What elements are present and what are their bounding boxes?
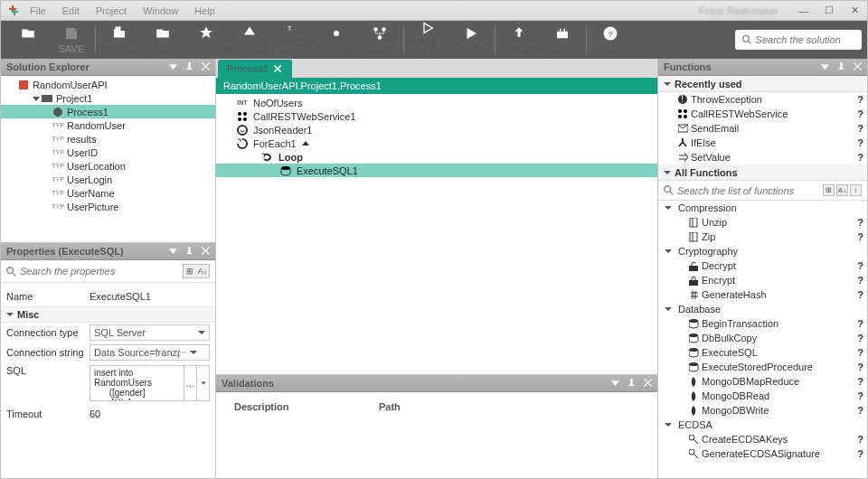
functions-search-input[interactable] xyxy=(677,185,819,196)
prop-sql-dropdown-button[interactable] xyxy=(197,365,210,401)
pin-icon[interactable] xyxy=(185,62,193,70)
prop-ct-select[interactable]: SQL Server xyxy=(90,324,210,341)
cat-compression[interactable]: Compression xyxy=(658,201,867,215)
fn-callrest[interactable]: CallRESTWebService? xyxy=(658,107,867,121)
help-button[interactable]: ?HELP xyxy=(589,21,632,59)
sort-alpha-button[interactable]: A↓ xyxy=(836,184,848,196)
close-button[interactable]: ✕ xyxy=(842,1,867,20)
prop-timeout-value[interactable]: 60 xyxy=(90,409,210,419)
tree-process-selected[interactable]: Process1 xyxy=(1,105,215,118)
new-folder-button[interactable]: FOLDER xyxy=(141,21,184,59)
cat-ecdsa[interactable]: ECDSA xyxy=(658,418,867,432)
fn-executesql[interactable]: ExecuteSQL? xyxy=(658,345,867,360)
tab-process1[interactable]: Process1 xyxy=(218,60,292,78)
fn-sendemail[interactable]: SendEmail? xyxy=(658,121,867,136)
close-tab-icon[interactable] xyxy=(274,65,281,72)
section-all-functions[interactable]: All Functions xyxy=(658,164,867,181)
new-process-button[interactable]: PROCESS xyxy=(184,21,228,59)
fn-executesp[interactable]: ExecuteStoredProcedure? xyxy=(658,360,867,374)
close-panel-icon[interactable] xyxy=(202,247,210,255)
fn-setvalue[interactable]: SetValue? xyxy=(658,150,867,164)
prop-cs-input[interactable]: Data Source=franzpc\sqlexpress; xyxy=(90,344,210,361)
sort-categorized-button[interactable]: ⊞ xyxy=(184,265,196,277)
sort-order-button[interactable]: ↕ xyxy=(850,184,862,196)
run-button[interactable]: RUN xyxy=(449,21,493,59)
fn-decrypt[interactable]: Decrypt? xyxy=(658,258,867,273)
cat-cryptography[interactable]: Cryptography xyxy=(658,244,867,258)
tree-solution-root[interactable]: RandomUserAPI xyxy=(1,78,215,91)
section-recently-used[interactable]: Recently used xyxy=(658,76,867,92)
node-noofusers[interactable]: INTNoOfUsers xyxy=(216,96,657,109)
properties-search-input[interactable] xyxy=(20,266,183,277)
fn-encrypt[interactable]: Encrypt? xyxy=(658,273,867,287)
fn-zip[interactable]: Zip? xyxy=(658,230,867,244)
dropdown-icon[interactable] xyxy=(169,62,177,70)
pin-icon[interactable] xyxy=(837,62,845,70)
fn-generatehash[interactable]: GenerateHash? xyxy=(658,287,867,302)
fn-unzip[interactable]: Unzip? xyxy=(658,215,867,230)
new-project-button[interactable]: PROJECT xyxy=(98,21,141,59)
tree-project[interactable]: Project1 xyxy=(1,91,215,105)
dropdown-icon[interactable] xyxy=(169,247,177,255)
branch-icon xyxy=(678,138,688,148)
pin-icon[interactable] xyxy=(185,247,193,255)
tree-type-userpicture[interactable]: TYPUserPicture xyxy=(1,200,215,213)
svg-point-22 xyxy=(243,117,247,121)
prop-sql-expand-button[interactable]: … xyxy=(184,365,197,401)
sort-alpha-button[interactable]: A↓ xyxy=(196,265,209,277)
node-executesql-selected[interactable]: ExecuteSQL1 xyxy=(216,164,657,177)
solution-search-input[interactable] xyxy=(756,34,854,45)
prop-category-misc[interactable]: Misc xyxy=(1,306,215,323)
solution-explorer-title: Solution Explorer xyxy=(6,61,90,72)
database-icon xyxy=(689,319,699,329)
solution-search[interactable] xyxy=(735,30,862,50)
fn-begintransaction[interactable]: BeginTransaction? xyxy=(658,316,867,331)
new-service-button[interactable]: SERVICE xyxy=(228,21,271,59)
menu-help[interactable]: Help xyxy=(194,5,215,16)
cat-database[interactable]: Database xyxy=(658,302,867,316)
leaf-icon xyxy=(689,391,699,401)
menu-file[interactable]: File xyxy=(30,5,46,16)
fn-generateecdsasig[interactable]: GenerateECDSASignature? xyxy=(658,446,867,461)
open-button[interactable]: OPEN xyxy=(6,21,50,59)
node-foreach[interactable]: ForEach1 xyxy=(216,136,657,150)
prop-name-value[interactable]: ExecuteSQL1 xyxy=(90,291,210,302)
tree-type-userid[interactable]: TYPUserID xyxy=(1,146,215,159)
maximize-button[interactable]: ☐ xyxy=(816,1,842,20)
flow-button[interactable]: FLOW xyxy=(358,21,401,59)
dropdown-icon[interactable] xyxy=(821,62,829,70)
deploy-button[interactable]: DEPLOY xyxy=(497,21,541,59)
dropdown-icon[interactable] xyxy=(611,379,619,387)
view-categorized-button[interactable]: ⊞ xyxy=(823,184,835,196)
pin-icon[interactable] xyxy=(627,379,636,387)
close-panel-icon[interactable] xyxy=(854,62,862,70)
fn-mongoread[interactable]: MongoDBRead? xyxy=(658,389,867,403)
menu-project[interactable]: Project xyxy=(96,5,127,16)
node-loop[interactable]: Loop xyxy=(216,150,657,164)
tree-type-userlocation[interactable]: TYPUserLocation xyxy=(1,159,215,173)
tree-type-username[interactable]: TYPUserName xyxy=(1,186,215,200)
tree-type-userlogin[interactable]: TYPUserLogin xyxy=(1,173,215,186)
menu-edit[interactable]: Edit xyxy=(62,5,80,16)
fn-dbbulkcopy[interactable]: DbBulkCopy? xyxy=(658,331,867,345)
fn-mongomapreduce[interactable]: MongoDBMapReduce? xyxy=(658,374,867,389)
menu-window[interactable]: Window xyxy=(143,5,178,16)
settings-button[interactable]: SETTINGS xyxy=(315,21,358,59)
close-panel-icon[interactable] xyxy=(202,62,210,70)
fn-createecdsakeys[interactable]: CreateECDSAKeys? xyxy=(658,432,867,446)
plugins-button[interactable]: PLUGINS xyxy=(541,21,584,59)
fn-ifelse[interactable]: IfElse? xyxy=(658,136,867,150)
database-icon xyxy=(689,333,699,343)
node-callrest[interactable]: CallRESTWebService1 xyxy=(216,109,657,123)
fn-mongowrite[interactable]: MongoDBWrite? xyxy=(658,403,867,418)
tree-type-randomuser[interactable]: TYPRandomUser xyxy=(1,118,215,132)
node-jsonreader[interactable]: JsonReader1 xyxy=(216,123,657,136)
tree-type-results[interactable]: TYPresults xyxy=(1,132,215,146)
fn-throwexception[interactable]: !ThrowException? xyxy=(658,92,867,107)
prop-sql-textarea[interactable] xyxy=(90,365,184,401)
svg-point-14 xyxy=(53,108,62,117)
custom-type-button[interactable]: TCUSTOM TYPE xyxy=(271,21,315,59)
minimize-button[interactable]: — xyxy=(791,1,816,20)
run-debug-button[interactable]: RUN & DEBUG xyxy=(406,21,449,59)
close-panel-icon[interactable] xyxy=(644,379,652,387)
